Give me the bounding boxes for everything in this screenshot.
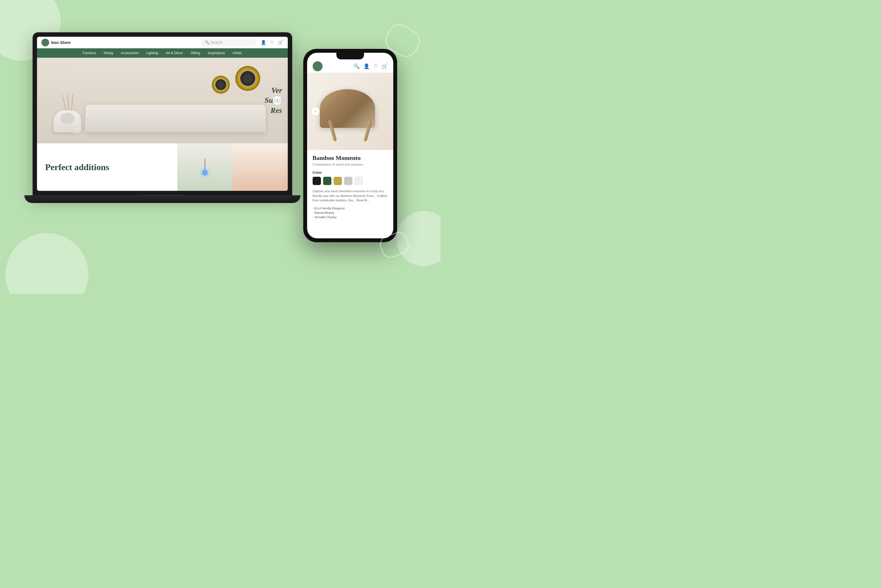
phone-body: 🔍 👤 ♡ 🛒 ‹ Bam xyxy=(303,49,397,242)
hero-line3: Res xyxy=(265,105,282,116)
nav-accessories[interactable]: Accessories xyxy=(121,51,139,55)
sofa-arrangement xyxy=(54,105,266,132)
nav-gifting[interactable]: Gifting xyxy=(190,51,200,55)
phone-cart-icon[interactable]: 🛒 xyxy=(382,63,388,69)
nav-furniture[interactable]: Furniture xyxy=(82,51,96,55)
wall-mirrors xyxy=(212,63,260,88)
mirror-large xyxy=(235,66,260,91)
phone-user-icon[interactable]: 👤 xyxy=(363,63,370,69)
user-icon[interactable]: 👤 xyxy=(261,40,266,45)
product-features-list: Eco-Friendly Elegance Natural Beauty Ver… xyxy=(313,206,388,219)
wishlist-icon[interactable]: ♡ xyxy=(270,40,274,45)
nav-inspirations[interactable]: Inspirations xyxy=(208,51,225,55)
sofa-main xyxy=(85,105,266,132)
color-swatches xyxy=(313,177,388,185)
bamboo-table-visual xyxy=(317,81,384,142)
scene-container: boo Store 🔍 Search 👤 ♡ 🛒 Furniture xyxy=(27,16,414,278)
thumbnail-lighting xyxy=(177,143,232,191)
nav-artists[interactable]: Artists xyxy=(232,51,242,55)
laptop-body: boo Store 🔍 Search 👤 ♡ 🛒 Furniture xyxy=(33,32,292,195)
laptop-base xyxy=(24,195,301,203)
product-image-area: ‹ xyxy=(307,73,393,150)
swatch-gray[interactable] xyxy=(344,177,352,185)
armchair xyxy=(54,110,81,132)
lamp-cord xyxy=(205,159,205,170)
thumbnail-floral xyxy=(232,143,288,191)
nav-dining[interactable]: Dining xyxy=(103,51,113,55)
swatch-gold[interactable] xyxy=(334,177,342,185)
browser-header: boo Store 🔍 Search 👤 ♡ 🛒 xyxy=(37,37,288,48)
product-back-arrow[interactable]: ‹ xyxy=(311,107,320,116)
swatch-black[interactable] xyxy=(313,177,321,185)
feature-3: Versatile Display xyxy=(313,215,388,219)
hero-prev-arrow[interactable]: ‹ xyxy=(272,96,282,105)
header-icons: 👤 ♡ 🛒 xyxy=(261,40,283,45)
product-name: Bamboo Momento xyxy=(313,154,388,162)
thumbnail-grid xyxy=(177,143,288,191)
phone-search-icon[interactable]: 🔍 xyxy=(354,63,360,69)
search-icon: 🔍 xyxy=(205,40,209,45)
product-details-panel: Bamboo Momento Combination of wood and b… xyxy=(307,150,393,224)
laptop-device: boo Store 🔍 Search 👤 ♡ 🛒 Furniture xyxy=(33,32,303,220)
hero-line1: Ver xyxy=(265,86,282,95)
promo-text: Perfect additions xyxy=(45,162,109,172)
bottom-section: Perfect additions xyxy=(37,143,288,191)
phone-notch xyxy=(336,53,364,59)
search-placeholder: Search xyxy=(211,40,222,45)
nav-art-decor[interactable]: Art & Decor xyxy=(166,51,183,55)
logo-icon xyxy=(42,39,49,46)
phone-screen: 🔍 👤 ♡ 🛒 ‹ Bam xyxy=(307,53,393,238)
logo-area: boo Store xyxy=(42,39,201,46)
phone-logo xyxy=(313,62,322,71)
table-top xyxy=(320,89,375,128)
navigation-bar: Furniture Dining Accessories Lighting Ar… xyxy=(37,48,288,58)
nav-lighting[interactable]: Lighting xyxy=(146,51,158,55)
swatch-white[interactable] xyxy=(355,177,363,185)
promo-panel: Perfect additions xyxy=(37,143,177,191)
product-description: Capture your most cherished memories in … xyxy=(313,189,388,203)
laptop-screen: boo Store 🔍 Search 👤 ♡ 🛒 Furniture xyxy=(37,37,288,191)
phone-device: 🔍 👤 ♡ 🛒 ‹ Bam xyxy=(303,49,397,242)
swatch-green[interactable] xyxy=(323,177,331,185)
search-bar[interactable]: 🔍 Search xyxy=(201,39,256,46)
color-label: Color xyxy=(313,170,388,174)
phone-wishlist-icon[interactable]: ♡ xyxy=(373,63,378,69)
feature-2: Natural Beauty xyxy=(313,210,388,215)
phone-action-icons: 🔍 👤 ♡ 🛒 xyxy=(354,63,388,69)
cart-icon[interactable]: 🛒 xyxy=(278,40,283,45)
feature-1: Eco-Friendly Elegance xyxy=(313,206,388,210)
store-name: boo Store xyxy=(51,40,71,45)
hero-section: Ver Susta Res ‹ xyxy=(37,58,288,143)
lamp-visual xyxy=(177,143,232,191)
lamp-bulb xyxy=(202,170,208,176)
mirror-small xyxy=(212,76,230,94)
product-subtitle: Combination of wood and bamboo xyxy=(313,163,388,166)
